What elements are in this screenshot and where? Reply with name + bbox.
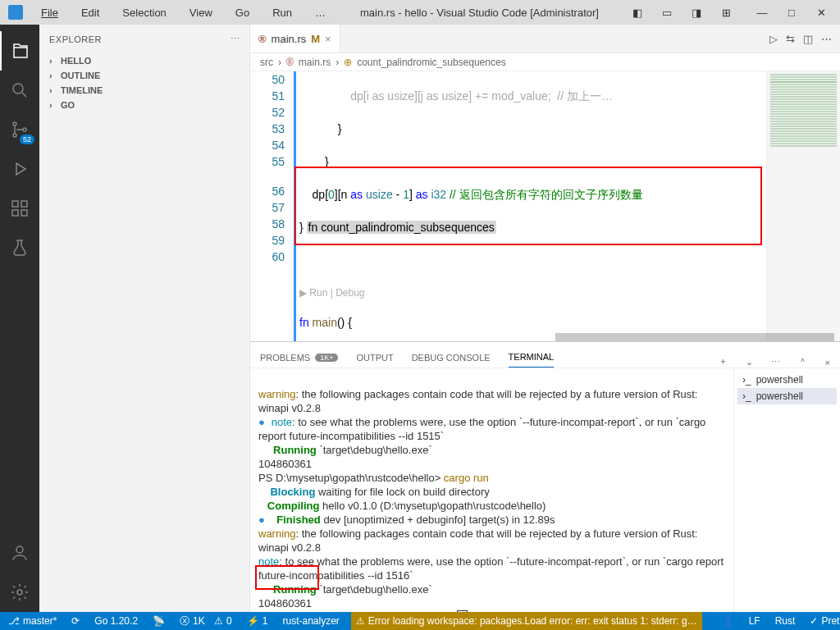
status-radio-icon[interactable]: 📡 bbox=[149, 615, 168, 627]
status-error-message[interactable]: ⚠Error loading workspace: packages.Load … bbox=[351, 612, 702, 630]
toggle-panel-left-icon[interactable]: ◧ bbox=[623, 2, 651, 22]
terminal-split-dropdown-icon[interactable]: ⌄ bbox=[746, 357, 753, 368]
minimap[interactable] bbox=[766, 71, 840, 341]
tab-modified-badge: M bbox=[311, 33, 320, 45]
editor-actions: ▷ ⇆ ◫ ⋯ bbox=[761, 25, 840, 52]
customize-layout-icon[interactable]: ⊞ bbox=[712, 2, 740, 22]
menu-more[interactable]: … bbox=[305, 5, 336, 21]
sidebar-sections: HELLO OUTLINE TIMELINE GO bbox=[39, 53, 249, 112]
menu-view[interactable]: View bbox=[180, 5, 222, 21]
check-icon: ✓ bbox=[810, 615, 818, 627]
menu-file[interactable]: File bbox=[31, 5, 68, 21]
breadcrumb[interactable]: src› ®main.rs› ⊕count_palindromic_subseq… bbox=[250, 53, 840, 71]
tab-close-icon[interactable]: × bbox=[325, 33, 331, 45]
line-number-gutter: 5051525354555657585960 bbox=[250, 71, 291, 341]
panel-tab-terminal[interactable]: TERMINAL bbox=[509, 352, 555, 368]
activity-accounts[interactable] bbox=[0, 533, 39, 573]
error-icon: ⓧ bbox=[180, 614, 189, 628]
svg-rect-4 bbox=[12, 201, 18, 207]
sidebar-header: EXPLORER ⋯ bbox=[39, 25, 249, 53]
window-title: main.rs - hello - Visual Studio Code [Ad… bbox=[336, 7, 623, 19]
activity-search[interactable] bbox=[0, 71, 39, 110]
status-branch[interactable]: ⎇master* bbox=[5, 615, 60, 627]
sync-icon: ⟳ bbox=[71, 615, 80, 627]
sidebar-more-icon[interactable]: ⋯ bbox=[231, 34, 240, 44]
toggle-panel-bottom-icon[interactable]: ▭ bbox=[653, 2, 681, 22]
maximize-button[interactable]: □ bbox=[778, 2, 806, 22]
alert-icon: ⚠ bbox=[356, 615, 365, 627]
editor-horizontal-scrollbar[interactable] bbox=[555, 333, 766, 341]
minimize-button[interactable]: ― bbox=[748, 2, 776, 22]
activity-bar: 52 bbox=[0, 25, 39, 612]
svg-rect-5 bbox=[12, 210, 18, 216]
status-sync[interactable]: ⟳ bbox=[68, 615, 83, 627]
layout-controls: ◧ ▭ ◨ ⊞ bbox=[623, 2, 740, 22]
svg-point-2 bbox=[13, 134, 16, 137]
activity-extensions[interactable] bbox=[0, 189, 39, 228]
code-editor[interactable]: 5051525354555657585960 dp[i as usize][j … bbox=[250, 71, 840, 341]
tab-main-rs[interactable]: ® main.rs M × bbox=[250, 25, 340, 52]
svg-point-8 bbox=[16, 546, 23, 553]
git-compare-icon[interactable]: ⇆ bbox=[786, 33, 795, 45]
port-icon: ⚡ bbox=[247, 615, 259, 627]
svg-rect-7 bbox=[21, 201, 27, 207]
activity-settings[interactable] bbox=[0, 573, 39, 612]
git-branch-icon: ⎇ bbox=[8, 615, 20, 627]
panel-tab-output[interactable]: OUTPUT bbox=[356, 353, 393, 368]
close-button[interactable]: ✕ bbox=[807, 2, 835, 22]
codelens-run-debug[interactable]: ▶ Run | Debug bbox=[299, 287, 365, 299]
activity-debug[interactable] bbox=[0, 149, 39, 189]
panel-tab-problems[interactable]: PROBLEMS1K+ bbox=[260, 353, 338, 368]
toggle-panel-right-icon[interactable]: ◨ bbox=[682, 2, 710, 22]
activity-testing[interactable] bbox=[0, 228, 39, 267]
panel-tab-debug-console[interactable]: DEBUG CONSOLE bbox=[412, 353, 491, 368]
status-rust-analyzer[interactable]: rust-analyzer bbox=[279, 615, 342, 627]
window-controls: ― □ ✕ bbox=[748, 2, 835, 22]
status-go-version[interactable]: Go 1.20.2 bbox=[91, 615, 141, 627]
section-timeline[interactable]: TIMELINE bbox=[39, 83, 249, 98]
status-eol[interactable]: LF bbox=[746, 615, 764, 627]
status-problems[interactable]: ⓧ1K ⚠0 bbox=[176, 614, 235, 628]
rust-file-icon: ® bbox=[286, 57, 294, 68]
menu-go[interactable]: Go bbox=[226, 5, 259, 21]
panel: PROBLEMS1K+ OUTPUT DEBUG CONSOLE TERMINA… bbox=[250, 341, 840, 612]
run-icon[interactable]: ▷ bbox=[769, 33, 778, 45]
terminal-session[interactable]: ›_powershell bbox=[737, 388, 837, 404]
svg-point-3 bbox=[23, 128, 26, 131]
svg-point-1 bbox=[13, 122, 16, 126]
editor-more-icon[interactable]: ⋯ bbox=[821, 33, 832, 45]
svg-point-0 bbox=[13, 84, 23, 94]
editor-group: ® main.rs M × ▷ ⇆ ◫ ⋯ src› ®main.rs› ⊕co… bbox=[250, 25, 840, 612]
panel-tabs: PROBLEMS1K+ OUTPUT DEBUG CONSOLE TERMINA… bbox=[250, 342, 840, 368]
vscode-logo-icon bbox=[8, 5, 23, 20]
panel-maximize-icon[interactable]: ＾ bbox=[798, 355, 807, 368]
section-outline[interactable]: OUTLINE bbox=[39, 68, 249, 83]
section-hello[interactable]: HELLO bbox=[39, 53, 249, 68]
terminal-list: ›_powershell ›_powershell bbox=[733, 368, 840, 612]
activity-explorer[interactable] bbox=[0, 31, 39, 71]
code-content[interactable]: dp[i as usize][j as usize] += mod_value;… bbox=[296, 71, 766, 341]
status-language[interactable]: Rust bbox=[772, 615, 799, 627]
tab-label: main.rs bbox=[272, 33, 307, 45]
panel-close-icon[interactable]: × bbox=[825, 358, 830, 368]
status-bar: ⎇master* ⟳ Go 1.20.2 📡 ⓧ1K ⚠0 ⚡1 rust-an… bbox=[0, 612, 840, 630]
svg-rect-6 bbox=[21, 210, 27, 216]
terminal-session[interactable]: ›_powershell bbox=[737, 372, 837, 388]
panel-more-icon[interactable]: ⋯ bbox=[771, 357, 780, 368]
menu-run[interactable]: Run bbox=[262, 5, 302, 21]
split-editor-icon[interactable]: ◫ bbox=[803, 33, 813, 45]
new-terminal-icon[interactable]: ＋ bbox=[719, 355, 728, 368]
terminal[interactable]: warning: the following packages contain … bbox=[250, 368, 733, 612]
activity-source-control[interactable]: 52 bbox=[0, 110, 39, 149]
scm-badge: 52 bbox=[20, 135, 34, 144]
function-icon: ⊕ bbox=[344, 57, 352, 68]
status-ports[interactable]: ⚡1 bbox=[244, 615, 272, 627]
problems-badge: 1K+ bbox=[315, 354, 338, 362]
section-go[interactable]: GO bbox=[39, 98, 249, 112]
status-prettier[interactable]: ✓Prettier bbox=[806, 615, 840, 627]
terminal-icon: ›_ bbox=[742, 390, 751, 402]
explorer-sidebar: EXPLORER ⋯ HELLO OUTLINE TIMELINE GO bbox=[39, 25, 250, 612]
menu-edit[interactable]: Edit bbox=[71, 5, 109, 21]
status-live-share[interactable]: 👤 bbox=[719, 615, 737, 627]
menu-selection[interactable]: Selection bbox=[112, 5, 176, 21]
